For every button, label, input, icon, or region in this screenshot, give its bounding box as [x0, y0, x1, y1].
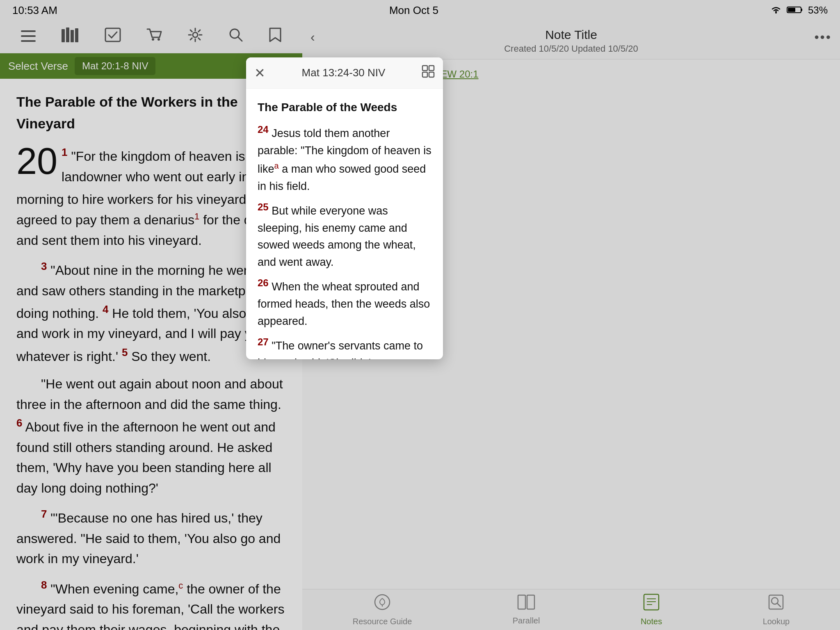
popup-verse-24: 24 Jesus told them another parable: "The… — [258, 122, 431, 195]
popup-verse-27: 27 "The owner's servants came to him and… — [258, 334, 431, 359]
popup-panel: ✕ Mat 13:24-30 NIV The Parable of the We… — [246, 57, 443, 359]
svg-rect-28 — [422, 66, 427, 71]
popup-verse-25: 25 But while everyone was sleeping, his … — [258, 199, 431, 271]
popup-body: The Parable of the Weeds 24 Jesus told t… — [246, 89, 443, 359]
svg-rect-30 — [422, 72, 427, 77]
popup-expand-button[interactable] — [422, 65, 435, 81]
popup-close-button[interactable]: ✕ — [254, 65, 265, 81]
popup-section-title: The Parable of the Weeds — [258, 98, 431, 116]
popup-header: ✕ Mat 13:24-30 NIV — [246, 57, 443, 89]
popup-title: Mat 13:24-30 NIV — [302, 66, 386, 79]
popup-verse-26: 26 When the wheat sprouted and formed he… — [258, 275, 431, 330]
svg-rect-31 — [429, 72, 434, 77]
svg-rect-29 — [429, 66, 434, 71]
